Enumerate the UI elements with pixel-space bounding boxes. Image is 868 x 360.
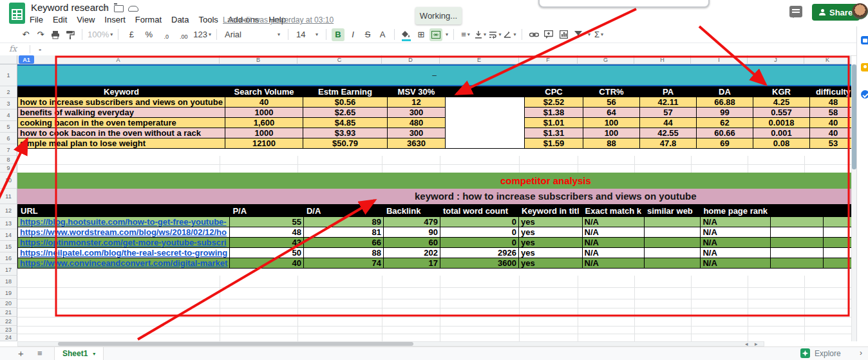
- column-header-G[interactable]: G: [578, 55, 634, 64]
- row-header-21[interactable]: 21: [0, 308, 17, 317]
- cell-home_page_rank[interactable]: N/A: [701, 227, 771, 238]
- last-edit-link[interactable]: Last edit was yesterday at 03:10: [223, 15, 334, 24]
- cell-msv[interactable]: 300: [387, 128, 445, 138]
- column-title[interactable]: [771, 205, 824, 217]
- cell-similar_web[interactable]: [645, 227, 701, 238]
- cell-twc[interactable]: 3600: [440, 258, 518, 269]
- column-header-F[interactable]: F: [519, 55, 578, 64]
- url-link[interactable]: https://neilpatel.com/blog/the-real-secr…: [18, 248, 230, 258]
- cell-keyword[interactable]: how to increase subscribers and views on…: [18, 97, 225, 108]
- url-link[interactable]: https://www.wordstream.com/blog/ws/2018/…: [18, 227, 230, 238]
- column-header-E[interactable]: E: [440, 55, 519, 64]
- column-title[interactable]: D/A: [303, 205, 383, 217]
- cell-ctr[interactable]: 100: [583, 128, 639, 138]
- column-title[interactable]: similar web: [645, 205, 701, 217]
- column-header-C[interactable]: C: [297, 55, 382, 64]
- cell-twc[interactable]: 2926: [440, 248, 518, 258]
- cell-backlink[interactable]: 17: [383, 258, 440, 269]
- column-header-J[interactable]: J: [748, 55, 804, 64]
- column-title[interactable]: home page rank: [701, 205, 771, 217]
- cell-ctr[interactable]: 56: [583, 97, 639, 108]
- cell-exact_match[interactable]: N/A: [582, 217, 644, 227]
- cell-search_volume[interactable]: 40: [225, 97, 303, 108]
- keep-icon[interactable]: [861, 63, 868, 71]
- cell-difficulty[interactable]: 53: [809, 138, 856, 149]
- merged-title-cell[interactable]: –: [17, 64, 851, 86]
- cell-da[interactable]: 66: [303, 238, 383, 248]
- horizontal-align-button[interactable]: ≡▾: [459, 28, 472, 41]
- tasks-icon[interactable]: [861, 90, 868, 99]
- column-header-B[interactable]: B: [220, 55, 297, 64]
- text-color-button[interactable]: A: [376, 28, 389, 41]
- cell-keyword[interactable]: how to cook bacon in the oven without a …: [18, 128, 225, 138]
- cell-estm_earning[interactable]: $2.65: [303, 108, 387, 118]
- cell-msv[interactable]: 300: [387, 108, 445, 118]
- cell-home_page_rank[interactable]: N/A: [701, 248, 771, 258]
- row-header-24[interactable]: 24: [0, 334, 17, 341]
- collapse-panel-arrow[interactable]: ›: [860, 348, 862, 357]
- column-title[interactable]: Keyword in titl: [519, 205, 583, 217]
- cell-da[interactable]: 88: [303, 248, 383, 258]
- bold-button[interactable]: B: [332, 28, 344, 41]
- cell-cpc[interactable]: $2.52: [524, 97, 583, 108]
- menu-item-view[interactable]: View: [77, 15, 95, 24]
- cell-pa[interactable]: 44: [639, 118, 696, 128]
- row-header-10[interactable]: 10: [0, 173, 17, 189]
- currency-format-button[interactable]: £: [124, 28, 139, 41]
- row-header-18[interactable]: 18: [0, 276, 17, 287]
- cell-cpc[interactable]: $1.01: [524, 118, 583, 128]
- menu-item-tools[interactable]: Tools: [198, 15, 218, 24]
- vertical-scrollbar-thumb[interactable]: [852, 64, 856, 169]
- borders-button[interactable]: ⊞: [415, 28, 428, 41]
- cell-home_page_rank[interactable]: N/A: [701, 217, 771, 227]
- cell-kgr[interactable]: 0.001: [753, 128, 809, 138]
- cell-b1[interactable]: [771, 248, 824, 258]
- cell-da[interactable]: 89: [303, 217, 383, 227]
- row-header-19[interactable]: 19: [0, 287, 17, 299]
- formula-input[interactable]: -: [39, 44, 41, 54]
- cell-b1[interactable]: [771, 258, 824, 269]
- cell-keyword[interactable]: simple meal plan to lose weight: [18, 138, 225, 149]
- cell-cpc[interactable]: $1.38: [524, 108, 583, 118]
- column-title[interactable]: KGR: [753, 87, 809, 97]
- horizontal-scrollbar-thumb[interactable]: [58, 342, 413, 346]
- merged-empty-cell[interactable]: [445, 97, 524, 149]
- column-title[interactable]: [445, 87, 524, 97]
- cell-kgr[interactable]: 0.557: [753, 108, 809, 118]
- row-header-7[interactable]: 7: [0, 144, 17, 156]
- cell-pa[interactable]: 43: [230, 238, 304, 248]
- cell-difficulty[interactable]: 58: [809, 108, 856, 118]
- merge-dropdown[interactable]: ▾: [446, 32, 448, 37]
- column-header-I[interactable]: I: [691, 55, 748, 64]
- formula-bar[interactable]: fx -: [0, 43, 868, 56]
- column-title[interactable]: P/A: [230, 205, 304, 217]
- move-folder-icon[interactable]: [114, 5, 124, 12]
- column-title[interactable]: Estm Earning: [303, 87, 387, 97]
- paint-format-button[interactable]: [64, 28, 77, 41]
- print-button[interactable]: [49, 28, 62, 41]
- cell-similar_web[interactable]: [645, 258, 701, 269]
- cell-da[interactable]: 66.88: [696, 97, 753, 108]
- row-header-15[interactable]: 15: [0, 241, 17, 252]
- row-header-14[interactable]: 14: [0, 229, 17, 241]
- column-title[interactable]: MSV 30%: [387, 87, 445, 97]
- column-header-A[interactable]: A: [17, 55, 220, 64]
- functions-button[interactable]: Σ▾: [592, 28, 605, 41]
- add-sheet-button[interactable]: +: [18, 348, 24, 359]
- cell-da[interactable]: 74: [303, 258, 383, 269]
- competitor-analysis-banner[interactable]: competitor analysis: [17, 173, 851, 189]
- insert-comment-button[interactable]: [542, 28, 555, 41]
- row-header-16[interactable]: 16: [0, 252, 17, 264]
- row-header-20[interactable]: 20: [0, 299, 17, 308]
- cell-keyword[interactable]: benefits of walking everyday: [18, 108, 225, 118]
- column-title[interactable]: URL: [18, 205, 230, 217]
- filter-dropdown[interactable]: ▾: [588, 32, 590, 37]
- menu-item-data[interactable]: Data: [171, 15, 189, 24]
- cell-backlink[interactable]: 202: [383, 248, 440, 258]
- cell-kw_in_title[interactable]: yes: [519, 248, 583, 258]
- cell-similar_web[interactable]: [645, 217, 701, 227]
- url-link[interactable]: https://optinmonster.com/get-more-youtub…: [18, 238, 230, 248]
- cell-estm_earning[interactable]: $4.85: [303, 118, 387, 128]
- menu-item-file[interactable]: File: [30, 15, 43, 24]
- cell-difficulty[interactable]: 40: [809, 118, 856, 128]
